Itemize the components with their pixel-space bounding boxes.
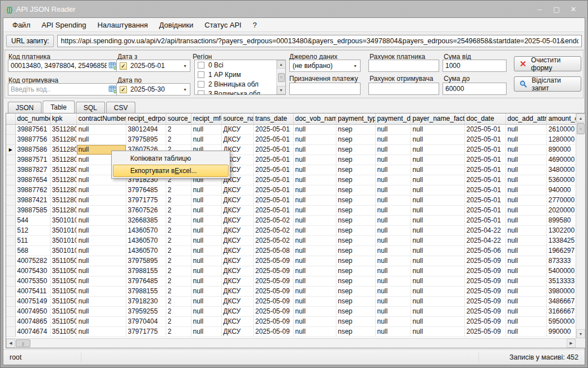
table-cell[interactable]: 2770000 [546, 195, 576, 205]
scroll-down-icon[interactable]: ▼ [576, 329, 585, 338]
tab-json[interactable]: JSON [8, 102, 42, 113]
table-cell[interactable]: 3511280 [50, 175, 76, 185]
table-cell[interactable]: 2025-05-02 [253, 235, 293, 246]
table-cell[interactable]: 3501010 [50, 235, 76, 246]
chevron-down-icon[interactable]: ▼ [353, 64, 357, 68]
table-cell[interactable]: null [375, 195, 411, 205]
table-cell[interactable]: null [293, 276, 336, 286]
region-scrollbar[interactable]: ▲ = ▼ [276, 60, 285, 94]
table-cell[interactable]: null [375, 296, 411, 306]
table-cell[interactable]: nsep [336, 165, 375, 175]
table-cell[interactable]: 3511280 [50, 155, 76, 165]
table-cell[interactable]: 2025-05-01 [253, 144, 293, 155]
table-cell[interactable]: 37970404 [126, 316, 166, 326]
table-cell[interactable]: 39887586 [15, 144, 50, 155]
table-cell[interactable]: null [76, 235, 126, 246]
table-cell[interactable]: null [191, 124, 221, 134]
table-cell[interactable]: 3511280 [50, 195, 76, 205]
minimize-button[interactable]: – [531, 3, 548, 15]
table-cell[interactable]: 3511050 [50, 306, 76, 316]
table-cell[interactable]: null [293, 175, 336, 185]
menu-item-api-spending[interactable]: API Spending [36, 19, 92, 31]
table-cell[interactable]: null [375, 316, 411, 326]
table-cell[interactable]: 2025-05-09 [464, 266, 505, 276]
row-marker-cell[interactable] [6, 205, 15, 215]
table-cell[interactable]: 2 [166, 316, 191, 326]
table-cell[interactable]: 40075282 [15, 256, 50, 266]
region-option[interactable]: 2 Вінницька обл [195, 79, 285, 89]
table-cell[interactable]: nsep [336, 215, 375, 225]
table-cell[interactable]: ДКСУ [221, 316, 253, 326]
table-cell[interactable]: nsep [336, 316, 375, 326]
table-cell[interactable]: 890000 [546, 144, 576, 155]
table-cell[interactable]: 2 [166, 225, 191, 235]
table-cell[interactable]: null [411, 316, 464, 326]
table-cell[interactable]: 3980000 [546, 286, 576, 296]
table-cell[interactable]: null [505, 175, 546, 185]
row-marker-cell[interactable]: ▶ [6, 144, 15, 155]
table-cell[interactable]: ДКСУ [221, 276, 253, 286]
table-cell[interactable]: 2025-05-01 [253, 205, 293, 215]
table-cell[interactable]: ДКСУ [221, 195, 253, 205]
table-cell[interactable]: null [293, 134, 336, 144]
table-cell[interactable]: null [411, 155, 464, 165]
table-cell[interactable]: null [411, 175, 464, 185]
table-cell[interactable]: 2025-05-09 [253, 286, 293, 296]
table-cell[interactable]: 3501010 [50, 246, 76, 256]
table-cell[interactable]: 14360570 [126, 246, 166, 256]
table-cell[interactable]: 2025-05-09 [253, 256, 293, 266]
table-cell[interactable]: null [76, 316, 126, 326]
table-cell[interactable]: 39887421 [15, 195, 50, 205]
table-cell[interactable]: null [411, 266, 464, 276]
scroll-right-icon[interactable]: ▶ [567, 339, 576, 348]
menu-item-settings[interactable]: Налаштування [92, 19, 153, 31]
row-marker-cell[interactable] [6, 256, 15, 266]
table-cell[interactable]: null [191, 296, 221, 306]
table-cell[interactable]: null [505, 306, 546, 316]
date-to-picker[interactable]: ✓ 2025-05-30 ▼ [116, 83, 190, 96]
table-cell[interactable]: 3511050 [50, 326, 76, 337]
table-cell[interactable]: 2025-04-22 [464, 225, 505, 235]
table-cell[interactable]: nsep [336, 306, 375, 316]
table-cell[interactable]: null [191, 235, 221, 246]
table-cell[interactable]: nsep [336, 175, 375, 185]
table-cell[interactable]: 2 [166, 205, 191, 215]
menu-item-directories[interactable]: Довідники [153, 19, 199, 31]
table-cell[interactable]: null [375, 225, 411, 235]
table-cell[interactable]: 2025-05-09 [253, 296, 293, 306]
table-cell[interactable]: null [505, 316, 546, 326]
table-cell[interactable]: 2025-05-09 [464, 276, 505, 286]
table-cell[interactable]: 2025-05-06 [464, 246, 505, 256]
table-cell[interactable]: 2025-05-01 [253, 165, 293, 175]
table-cell[interactable]: null [76, 195, 126, 205]
table-cell[interactable]: 2020000 [546, 205, 576, 215]
table-cell[interactable]: 2025-05-01 [464, 185, 505, 195]
table-cell[interactable]: nsep [336, 246, 375, 256]
context-menu-item-copy-table[interactable]: Копіювати таблицю [113, 152, 229, 165]
table-cell[interactable]: null [411, 296, 464, 306]
table-cell[interactable]: 2025-05-09 [464, 256, 505, 266]
table-cell[interactable]: 2025-05-09 [253, 276, 293, 286]
table-cell[interactable]: null [76, 134, 126, 144]
table-cell[interactable]: null [375, 165, 411, 175]
payer-account-input[interactable] [368, 60, 439, 72]
table-cell[interactable]: 1302200 [546, 225, 576, 235]
table-cell[interactable]: null [411, 306, 464, 316]
close-button[interactable]: ✕ [565, 3, 582, 15]
table-cell[interactable]: null [293, 124, 336, 134]
table-cell[interactable]: null [505, 195, 546, 205]
table-cell[interactable]: null [375, 175, 411, 185]
table-cell[interactable]: ДКСУ [221, 286, 253, 296]
table-cell[interactable]: null [293, 316, 336, 326]
region-option[interactable]: 3 Волинська обл [195, 89, 285, 95]
table-cell[interactable]: 32668385 [126, 215, 166, 225]
column-header-doc_add_attr[interactable]: doc_add_attr [505, 113, 546, 124]
sum-from-input[interactable] [443, 60, 507, 72]
checkbox-icon[interactable] [198, 71, 204, 78]
table-cell[interactable]: ДКСУ [221, 296, 253, 306]
table-cell[interactable]: 873333 [546, 256, 576, 266]
table-cell[interactable]: null [293, 286, 336, 296]
table-cell[interactable]: ДКСУ [221, 185, 253, 195]
table-cell[interactable]: ДКСУ [221, 266, 253, 276]
table-cell[interactable]: null [505, 256, 546, 266]
